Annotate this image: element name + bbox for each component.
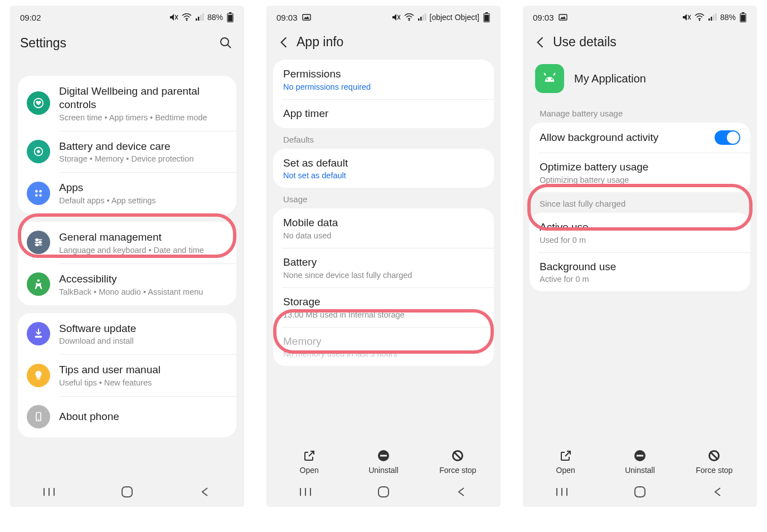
screenshot-icon (302, 14, 311, 21)
svg-rect-77 (635, 487, 645, 497)
signal-icon (418, 13, 426, 21)
section-since: Since last fully charged (530, 192, 750, 213)
back-button[interactable] (454, 484, 469, 500)
wifi-icon (404, 13, 414, 21)
back-button[interactable] (276, 35, 291, 50)
allowbg-toggle[interactable] (715, 130, 740, 145)
row-memory[interactable]: MemoryNo memory used in last 3 hours (273, 327, 494, 367)
perm-title: Permissions (283, 67, 484, 81)
settings-item-apps[interactable]: AppsDefault apps • App settings (18, 172, 236, 214)
row-battery[interactable]: BatteryNone since device last fully char… (273, 248, 494, 287)
page-title: Use details (553, 35, 616, 50)
recents-button[interactable] (298, 484, 313, 500)
settings-group-3: Software updateDownload and install Tips… (18, 313, 236, 438)
care-icon (32, 145, 45, 158)
back-button[interactable] (533, 35, 547, 50)
action-forcestop[interactable]: Force stop (689, 449, 739, 475)
status-bar: 09:02 88% (10, 6, 244, 29)
settings-item-wellbeing[interactable]: Digital Wellbeing and parental controlsS… (18, 76, 236, 131)
screen-appinfo: 09:03 [object Object] App info Permissio… (266, 6, 501, 507)
item-sub: Default apps • App settings (59, 196, 227, 205)
nav-bar (266, 477, 501, 507)
item-title: Accessibility (59, 272, 227, 286)
battery-percent: [object Object] (430, 13, 480, 22)
svg-rect-33 (122, 487, 132, 497)
open-icon (559, 449, 572, 462)
row-setdefault[interactable]: Set as defaultNot set as default (273, 149, 494, 188)
settings-item-devicecare[interactable]: Battery and device careStorage • Memory … (18, 131, 236, 173)
action-open[interactable]: Open (541, 449, 591, 475)
bulb-icon (32, 369, 45, 382)
svg-rect-59 (711, 17, 712, 21)
row-mobiledata[interactable]: Mobile dataNo data used (273, 208, 494, 248)
clock: 09:03 (276, 13, 298, 22)
svg-rect-53 (378, 487, 389, 497)
svg-line-67 (544, 73, 546, 75)
svg-rect-40 (423, 15, 424, 21)
back-button[interactable] (197, 484, 213, 500)
settings-item-accessibility[interactable]: AccessibilityTalkBack • Mono audio • Ass… (18, 263, 236, 305)
battery-icon (483, 12, 491, 22)
svg-rect-3 (196, 18, 197, 21)
row-bguse[interactable]: Background useActive for 0 m (530, 252, 750, 292)
item-sub: Screen time • App timers • Bedtime mode (59, 113, 227, 122)
row-permissions[interactable]: PermissionsNo permissions required (273, 60, 494, 99)
screen-settings: 09:02 88% Settings Digital Wellbeing and… (10, 6, 244, 507)
row-apptimer[interactable]: App timer (273, 99, 494, 128)
item-title: Apps (59, 181, 227, 194)
svg-point-2 (186, 19, 188, 21)
svg-rect-64 (741, 15, 745, 22)
item-title: Digital Wellbeing and parental controls (59, 85, 227, 111)
item-title: Battery and device care (59, 140, 227, 153)
svg-point-66 (551, 79, 553, 80)
recents-button[interactable] (554, 484, 570, 500)
status-bar: 09:03 88% (523, 6, 757, 29)
home-button[interactable] (119, 484, 135, 500)
svg-point-17 (35, 194, 38, 197)
back-button[interactable] (710, 484, 726, 500)
svg-rect-54 (559, 14, 567, 20)
heart-icon (32, 97, 45, 109)
clock: 09:02 (20, 13, 41, 22)
item-sub: Download and install (59, 336, 227, 345)
svg-rect-26 (35, 336, 42, 338)
mute-icon (392, 13, 401, 21)
settings-item-update[interactable]: Software updateDownload and install (18, 313, 236, 355)
item-title: General management (59, 231, 227, 244)
svg-rect-41 (425, 13, 426, 21)
item-title: Software update (59, 322, 227, 335)
action-open[interactable]: Open (284, 449, 334, 475)
svg-point-14 (37, 150, 40, 153)
home-button[interactable] (632, 484, 648, 500)
svg-rect-58 (708, 18, 710, 21)
search-button[interactable] (217, 35, 234, 51)
battery-percent: 88% (720, 13, 736, 22)
app-name: My Application (574, 72, 646, 85)
settings-item-tips[interactable]: Tips and user manualUseful tips • New fe… (18, 354, 236, 396)
app-header: My Application (530, 60, 750, 102)
svg-line-68 (554, 73, 555, 75)
status-bar: 09:03 [object Object] (266, 6, 501, 29)
recents-button[interactable] (41, 484, 57, 500)
app-icon (535, 64, 564, 93)
svg-rect-46 (380, 455, 387, 457)
settings-item-about[interactable]: About phone (18, 396, 236, 437)
wifi-icon (182, 13, 192, 21)
row-optimize[interactable]: Optimize battery usageOptimizing battery… (530, 153, 750, 192)
home-button[interactable] (376, 484, 391, 500)
row-storage[interactable]: Storage13.00 MB used in Internal storage (273, 287, 494, 327)
row-allowbg[interactable]: Allow background activity (530, 123, 750, 153)
svg-point-29 (38, 419, 39, 420)
screenshot-icon (559, 14, 567, 21)
settings-item-general[interactable]: General managementLanguage and keyboard … (18, 222, 236, 263)
action-forcestop[interactable]: Force stop (433, 449, 483, 475)
action-uninstall[interactable]: Uninstall (358, 449, 409, 475)
item-title: About phone (59, 410, 227, 423)
signal-icon (195, 13, 204, 21)
action-uninstall[interactable]: Uninstall (615, 449, 665, 475)
nav-bar (523, 477, 757, 507)
open-icon (303, 449, 316, 462)
battery-percent: 88% (207, 13, 223, 22)
nav-bar (10, 477, 244, 507)
row-activeuse[interactable]: Active useUsed for 0 m (530, 213, 750, 252)
